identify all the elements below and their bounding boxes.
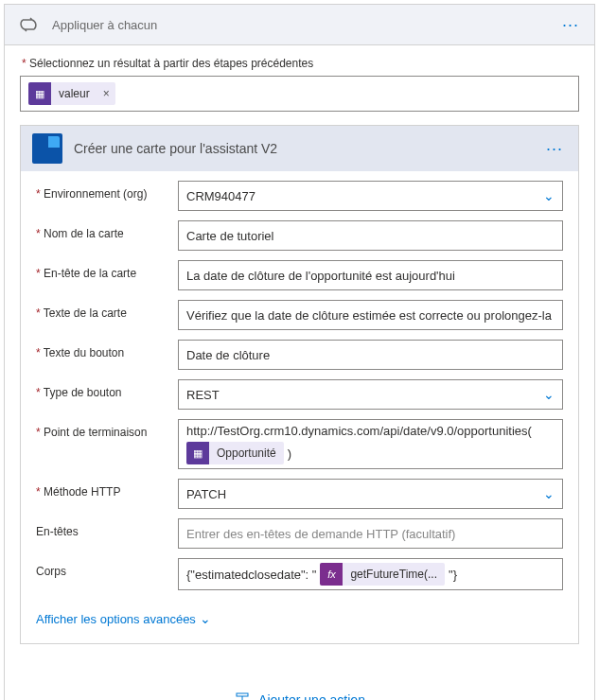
chevron-down-icon: ⌄ (543, 188, 555, 203)
body-label: Corps (36, 558, 178, 578)
svg-rect-0 (237, 693, 248, 696)
add-action-label: Ajouter une action (258, 692, 365, 700)
http-method-label: Méthode HTTP (36, 479, 178, 499)
create-card-action: Créer une carte pour l'assistant V2 ··· … (20, 125, 579, 644)
row-http-method: Méthode HTTP PATCH ⌄ (36, 479, 563, 509)
advanced-options: Afficher les options avancées ⌄ (21, 604, 578, 643)
row-card-name: Nom de la carte Carte de tutoriel (36, 220, 563, 251)
previous-step-label: Sélectionnez un résultat à partir des ét… (5, 45, 594, 76)
endpoint-input[interactable]: http://TestOrg.crm10.dynamics.com/api/da… (178, 419, 563, 469)
dataverse-icon: ▦ (28, 82, 51, 105)
add-action-button[interactable]: Ajouter une action (234, 691, 365, 700)
endpoint-label: Point de terminaison (36, 419, 178, 439)
row-card-header: En-tête de la carte La date de clôture d… (36, 260, 563, 290)
inner-header: Créer une carte pour l'assistant V2 ··· (21, 126, 578, 171)
button-text-value: Date de clôture (186, 348, 270, 362)
card-header-input[interactable]: La date de clôture de l'opportunité est … (178, 260, 563, 290)
chevron-down-icon: ⌄ (200, 611, 211, 626)
apply-to-each-card: Appliquer à chacun ··· Sélectionnez un r… (4, 4, 595, 700)
row-button-text: Texte du bouton Date de clôture (36, 340, 563, 370)
row-headers: En-têtes Entrer des en-têtes de demande … (36, 518, 563, 549)
add-action-icon (234, 691, 251, 700)
body-suffix: "} (449, 568, 457, 582)
card-header-value: La date de clôture de l'opportunité est … (186, 269, 455, 283)
env-label: Environnement (org) (36, 181, 178, 201)
inner-title: Créer une carte pour l'assistant V2 (74, 141, 542, 156)
add-action-area: Ajouter une action (5, 657, 594, 700)
expression-token-label: getFutureTime(... (343, 568, 445, 581)
button-type-select[interactable]: REST ⌄ (178, 379, 563, 410)
card-header-label: En-tête de la carte (36, 260, 178, 280)
chevron-down-icon: ⌄ (543, 387, 555, 402)
card-name-label: Nom de la carte (36, 220, 178, 240)
dataverse-icon: ▦ (186, 442, 209, 464)
form: Environnement (org) CRM940477 ⌄ Nom de l… (21, 171, 578, 604)
row-env: Environnement (org) CRM940477 ⌄ (36, 181, 563, 211)
body-input[interactable]: {"estimatedclosedate": " fx getFutureTim… (178, 558, 563, 590)
http-method-select[interactable]: PATCH ⌄ (178, 479, 563, 509)
loop-icon (16, 12, 41, 37)
endpoint-text-1: http://TestOrg.crm10.dynamics.com/api/da… (186, 424, 532, 438)
chevron-down-icon: ⌄ (543, 486, 555, 501)
env-select[interactable]: CRM940477 ⌄ (178, 181, 563, 211)
token-remove-icon[interactable]: × (97, 87, 115, 100)
card-text-value: Vérifiez que la date de clôture estimée … (186, 308, 552, 323)
http-method-value: PATCH (186, 487, 226, 501)
outer-menu-button[interactable]: ··· (558, 15, 583, 35)
token-label: valeur (51, 87, 97, 100)
opportunity-token-label: Opportunité (209, 446, 284, 460)
button-type-label: Type de bouton (36, 379, 178, 399)
card-text-input[interactable]: Vérifiez que la date de clôture estimée … (178, 300, 563, 330)
expression-token[interactable]: fx getFutureTime(... (320, 563, 445, 586)
card-text-label: Texte de la carte (36, 300, 178, 320)
button-text-input[interactable]: Date de clôture (178, 340, 563, 370)
headers-placeholder: Entrer des en-têtes de demande HTTP (fac… (186, 527, 455, 541)
inner-menu-button[interactable]: ··· (542, 139, 567, 159)
headers-label: En-têtes (36, 518, 178, 538)
outer-header: Appliquer à chacun ··· (5, 5, 594, 45)
row-button-type: Type de bouton REST ⌄ (36, 379, 563, 410)
card-name-value: Carte de tutoriel (186, 229, 274, 243)
button-text-label: Texte du bouton (36, 340, 178, 359)
show-advanced-link[interactable]: Afficher les options avancées ⌄ (36, 612, 211, 626)
row-endpoint: Point de terminaison http://TestOrg.crm1… (36, 419, 563, 469)
env-value: CRM940477 (186, 189, 255, 203)
headers-input[interactable]: Entrer des en-têtes de demande HTTP (fac… (178, 518, 563, 549)
endpoint-text-2: ) (288, 446, 291, 461)
row-card-text: Texte de la carte Vérifiez que la date d… (36, 300, 563, 330)
fx-icon: fx (320, 563, 343, 586)
assistant-icon (32, 133, 62, 164)
previous-step-input[interactable]: ▦ valeur × (20, 76, 579, 112)
outer-title: Appliquer à chacun (52, 18, 558, 32)
advanced-label: Afficher les options avancées (36, 612, 196, 626)
row-body: Corps {"estimatedclosedate": " fx getFut… (36, 558, 563, 590)
button-type-value: REST (186, 388, 220, 402)
card-name-input[interactable]: Carte de tutoriel (178, 220, 563, 251)
body-prefix: {"estimatedclosedate": " (186, 568, 316, 582)
value-token[interactable]: ▦ valeur × (28, 82, 115, 105)
opportunity-token[interactable]: ▦ Opportunité (186, 442, 284, 464)
